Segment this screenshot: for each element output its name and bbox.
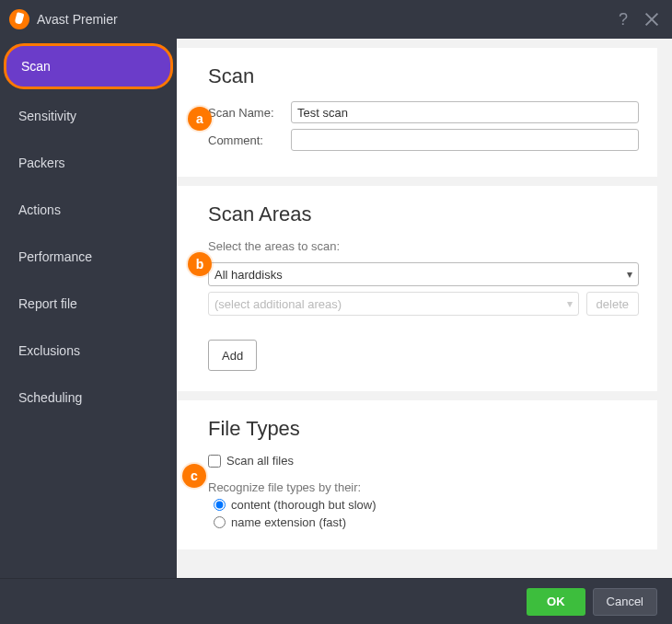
sidebar-item-label: Exclusions — [18, 343, 80, 358]
scan-all-checkbox[interactable] — [208, 455, 221, 468]
opt-name-label: name extension (fast) — [231, 515, 346, 529]
callout-c: c — [182, 464, 206, 488]
settings-window: Avast Premier ? Scan Sensitivity Packers… — [0, 0, 672, 624]
body: Scan Sensitivity Packers Actions Perform… — [0, 39, 672, 578]
sidebar-item-label: Scheduling — [18, 390, 82, 405]
sidebar-item-report-file[interactable]: Report file — [4, 281, 173, 327]
additional-areas-placeholder: (select additional areas) — [214, 297, 342, 311]
areas-select-value: All harddisks — [214, 268, 283, 282]
label-comment: Comment: — [208, 133, 291, 147]
hint-areas: Select the areas to scan: — [208, 239, 639, 253]
areas-select[interactable]: All harddisks ▾ — [208, 262, 639, 286]
close-icon[interactable] — [644, 12, 659, 27]
sidebar-item-label: Sensitivity — [18, 109, 76, 123]
sidebar: Scan Sensitivity Packers Actions Perform… — [0, 39, 177, 578]
add-button[interactable]: Add — [208, 340, 257, 371]
sidebar-item-label: Performance — [18, 249, 92, 264]
sidebar-item-label: Packers — [18, 156, 65, 170]
sidebar-item-actions[interactable]: Actions — [4, 187, 173, 233]
row-opt-content[interactable]: content (thorough but slow) — [214, 498, 639, 512]
callout-b: b — [188, 252, 212, 276]
sidebar-item-label: Actions — [18, 202, 61, 217]
scan-name-input[interactable] — [291, 101, 639, 123]
heading-file-types: File Types — [208, 417, 639, 441]
opt-content-label: content (thorough but slow) — [231, 498, 377, 512]
card-scan-areas: Scan Areas Select the areas to scan: All… — [177, 186, 657, 391]
chevron-down-icon: ▾ — [627, 268, 632, 281]
help-icon[interactable]: ? — [619, 10, 628, 29]
ok-button[interactable]: OK — [527, 588, 585, 616]
scan-all-label: Scan all files — [226, 454, 294, 468]
sidebar-item-performance[interactable]: Performance — [4, 234, 173, 280]
sidebar-item-packers[interactable]: Packers — [4, 140, 173, 186]
row-comment: Comment: — [208, 129, 639, 151]
chevron-down-icon: ▾ — [567, 297, 573, 310]
row-additional: (select additional areas) ▾ delete — [208, 292, 639, 316]
avast-logo-icon — [9, 9, 29, 29]
radio-content[interactable] — [214, 499, 226, 511]
label-recognize: Recognize file types by their: — [208, 480, 639, 494]
sidebar-item-label: Report file — [18, 296, 77, 311]
heading-scan: Scan — [208, 64, 639, 88]
row-opt-name[interactable]: name extension (fast) — [214, 515, 639, 529]
sidebar-item-exclusions[interactable]: Exclusions — [4, 328, 173, 374]
label-scan-name: Scan Name: — [208, 106, 291, 120]
callout-a: a — [188, 107, 212, 131]
cancel-button[interactable]: Cancel — [593, 588, 657, 616]
content-scroll[interactable]: Scan Scan Name: Comment: Scan Areas Sele… — [177, 39, 672, 578]
card-file-types: File Types Scan all files Recognize file… — [177, 400, 657, 549]
comment-input[interactable] — [291, 129, 639, 151]
sidebar-item-label: Scan — [21, 59, 51, 74]
row-scan-name: Scan Name: — [208, 101, 639, 123]
sidebar-item-scan[interactable]: Scan — [4, 43, 173, 89]
titlebar: Avast Premier ? — [0, 0, 672, 39]
window-title: Avast Premier — [37, 12, 118, 27]
footer: OK Cancel — [0, 578, 672, 624]
card-scan: Scan Scan Name: Comment: — [177, 48, 657, 177]
radio-name-ext[interactable] — [214, 516, 226, 528]
row-scan-all[interactable]: Scan all files — [208, 454, 639, 468]
heading-scan-areas: Scan Areas — [208, 202, 639, 226]
sidebar-item-sensitivity[interactable]: Sensitivity — [4, 93, 173, 139]
delete-button[interactable]: delete — [586, 292, 639, 316]
content: a b c Scan Scan Name: Comment: Scan A — [177, 39, 672, 578]
sidebar-item-scheduling[interactable]: Scheduling — [4, 375, 173, 421]
additional-areas-select[interactable]: (select additional areas) ▾ — [208, 292, 579, 316]
